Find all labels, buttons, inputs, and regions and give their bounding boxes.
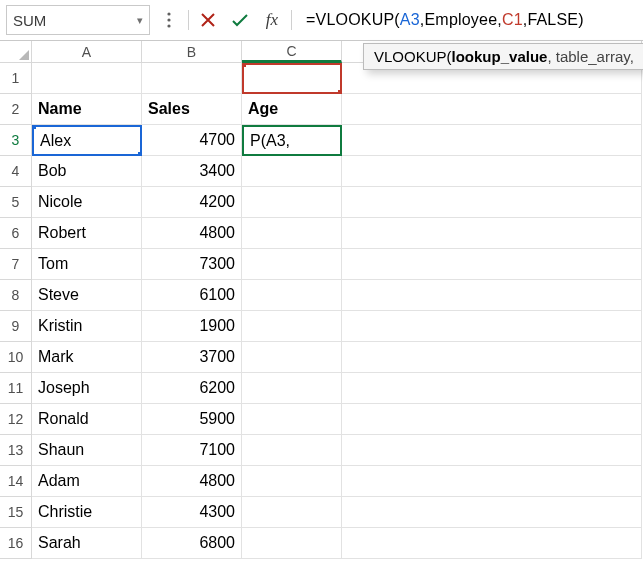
cell[interactable]: Sarah	[32, 528, 142, 559]
col-header-B[interactable]: B	[142, 41, 242, 63]
cell[interactable]	[242, 280, 342, 311]
cell[interactable]: 3700	[142, 342, 242, 373]
fx-icon[interactable]: fx	[259, 7, 285, 33]
header-sales[interactable]: Sales	[142, 94, 242, 125]
select-all-corner[interactable]	[0, 41, 32, 63]
cell[interactable]	[242, 466, 342, 497]
cell[interactable]	[342, 187, 642, 218]
cell[interactable]: Christie	[32, 497, 142, 528]
table-row: 7 Tom 7300	[0, 249, 643, 280]
row-header[interactable]: 16	[0, 528, 32, 559]
enter-icon[interactable]	[227, 7, 253, 33]
cell[interactable]	[342, 466, 642, 497]
cell[interactable]	[342, 218, 642, 249]
cell[interactable]: 6100	[142, 280, 242, 311]
cell[interactable]	[242, 249, 342, 280]
formula-prefix: =VLOOKUP(	[306, 11, 400, 28]
cell[interactable]: 7300	[142, 249, 242, 280]
cell[interactable]: 4700	[142, 125, 242, 156]
row-header[interactable]: 9	[0, 311, 32, 342]
cell[interactable]: Robert	[32, 218, 142, 249]
chevron-down-icon[interactable]: ▾	[137, 14, 143, 27]
row-header[interactable]: 10	[0, 342, 32, 373]
active-cell[interactable]: P(A3,	[242, 125, 342, 156]
row-header[interactable]: 1	[0, 63, 32, 94]
row-header[interactable]: 13	[0, 435, 32, 466]
cell[interactable]	[342, 156, 642, 187]
cell[interactable]	[142, 63, 242, 94]
cell[interactable]	[242, 528, 342, 559]
cell[interactable]: 5900	[142, 404, 242, 435]
cell[interactable]: 7100	[142, 435, 242, 466]
row-header[interactable]: 2	[0, 94, 32, 125]
cell[interactable]	[242, 404, 342, 435]
cell[interactable]: 4800	[142, 218, 242, 249]
cell[interactable]	[342, 528, 642, 559]
cell[interactable]	[342, 249, 642, 280]
cell[interactable]: 4800	[142, 466, 242, 497]
cell[interactable]	[342, 404, 642, 435]
cell[interactable]: 6200	[142, 373, 242, 404]
cell[interactable]	[342, 342, 642, 373]
cancel-icon[interactable]	[195, 7, 221, 33]
cell[interactable]	[242, 311, 342, 342]
cell-c1[interactable]	[242, 63, 342, 94]
row-header[interactable]: 11	[0, 373, 32, 404]
cell[interactable]	[242, 497, 342, 528]
cell[interactable]: Ronald	[32, 404, 142, 435]
row-header[interactable]: 15	[0, 497, 32, 528]
table-row: 8 Steve 6100	[0, 280, 643, 311]
table-row: 9 Kristin 1900	[0, 311, 643, 342]
cell[interactable]	[242, 342, 342, 373]
cell[interactable]: Nicole	[32, 187, 142, 218]
cell[interactable]	[342, 497, 642, 528]
cell[interactable]	[342, 311, 642, 342]
more-icon[interactable]	[156, 7, 182, 33]
col-header-A[interactable]: A	[32, 41, 142, 63]
cell[interactable]: Shaun	[32, 435, 142, 466]
header-name[interactable]: Name	[32, 94, 142, 125]
cell[interactable]: 4300	[142, 497, 242, 528]
cell[interactable]: Adam	[32, 466, 142, 497]
name-box[interactable]: SUM ▾	[6, 5, 150, 35]
name-box-text: SUM	[13, 12, 46, 29]
cell[interactable]	[242, 187, 342, 218]
cell[interactable]	[342, 94, 642, 125]
cell[interactable]	[342, 435, 642, 466]
row-header[interactable]: 4	[0, 156, 32, 187]
cell[interactable]	[32, 63, 142, 94]
cell[interactable]: 4200	[142, 187, 242, 218]
cell[interactable]: 3400	[142, 156, 242, 187]
formula-bar: SUM ▾ fx =VLOOKUP(A3,Employee,C1,FALSE)	[0, 0, 643, 41]
row-header[interactable]: 12	[0, 404, 32, 435]
formula-input[interactable]: =VLOOKUP(A3,Employee,C1,FALSE)	[298, 11, 643, 29]
table-row: 16 Sarah 6800	[0, 528, 643, 559]
cell[interactable]: Bob	[32, 156, 142, 187]
cell[interactable]: 1900	[142, 311, 242, 342]
cell[interactable]: 6800	[142, 528, 242, 559]
cell[interactable]	[342, 125, 642, 156]
cell[interactable]: Tom	[32, 249, 142, 280]
cell[interactable]: Mark	[32, 342, 142, 373]
col-header-C[interactable]: C	[242, 41, 342, 63]
row-header[interactable]: 5	[0, 187, 32, 218]
row-header[interactable]: 7	[0, 249, 32, 280]
table-row: 13 Shaun 7100	[0, 435, 643, 466]
cell[interactable]: Steve	[32, 280, 142, 311]
row-header[interactable]: 3	[0, 125, 32, 156]
row-header[interactable]: 6	[0, 218, 32, 249]
cell[interactable]	[242, 373, 342, 404]
cell[interactable]: Joseph	[32, 373, 142, 404]
cell[interactable]: Kristin	[32, 311, 142, 342]
row-header[interactable]: 14	[0, 466, 32, 497]
cell-a3[interactable]: Alex	[32, 125, 142, 156]
cell[interactable]	[242, 218, 342, 249]
table-row: 10 Mark 3700	[0, 342, 643, 373]
svg-point-0	[167, 12, 170, 15]
cell[interactable]	[342, 280, 642, 311]
cell[interactable]	[242, 435, 342, 466]
cell[interactable]	[242, 156, 342, 187]
row-header[interactable]: 8	[0, 280, 32, 311]
header-age[interactable]: Age	[242, 94, 342, 125]
cell[interactable]	[342, 373, 642, 404]
